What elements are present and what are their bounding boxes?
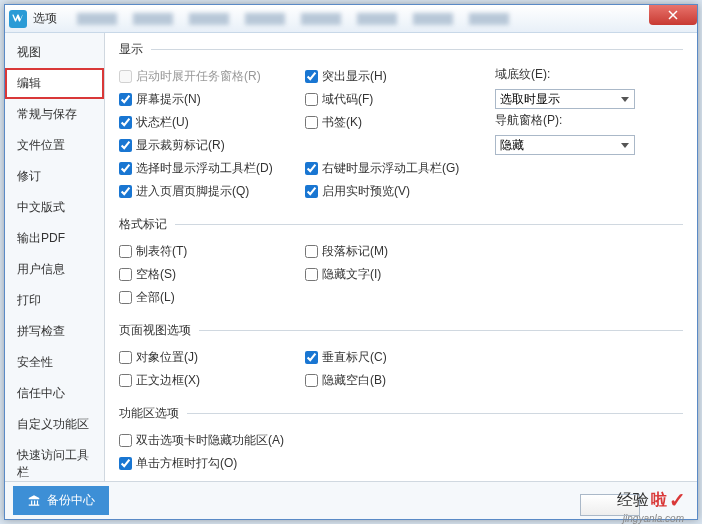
sidebar: 视图 编辑 常规与保存 文件位置 修订 中文版式 输出PDF 用户信息 打印 拼… [5, 33, 105, 481]
options-dialog: 选项 视图 编辑 常规与保存 文件位置 修订 中文版式 输出PDF 用户信息 打… [4, 4, 698, 520]
titlebar: 选项 [5, 5, 697, 33]
sidebar-item-spellcheck[interactable]: 拼写检查 [5, 316, 104, 347]
chk-paragraph-marks: 段落标记(M) [305, 241, 495, 262]
chk-mini-toolbar-right: 右键时显示浮动工具栏(G) [305, 158, 495, 179]
chk-header-footer-tip: 进入页眉页脚提示(Q) [119, 181, 305, 202]
chk-startup-taskpane: 启动时展开任务窗格(R) [119, 66, 305, 87]
section-marks-legend: 格式标记 [119, 216, 175, 233]
section-ribbon-legend: 功能区选项 [119, 405, 187, 422]
chk-field-codes: 域代码(F) [305, 89, 495, 110]
sidebar-item-file-location[interactable]: 文件位置 [5, 130, 104, 161]
section-display-legend: 显示 [119, 41, 151, 58]
sidebar-item-edit[interactable]: 编辑 [5, 68, 104, 99]
section-display: 显示 启动时展开任务窗格(R) 突出显示(H) 域底纹(E): 屏幕提示(N) … [119, 41, 683, 208]
chk-hidden-text: 隐藏文字(I) [305, 264, 495, 285]
watermark: 经验啦✓ [617, 488, 686, 512]
chk-highlight: 突出显示(H) [305, 66, 495, 87]
section-ribbon: 功能区选项 双击选项卡时隐藏功能区(A) 单击方框时打勾(O) [119, 405, 683, 480]
blurred-menu [77, 13, 509, 25]
window-title: 选项 [33, 10, 57, 27]
chk-hide-whitespace: 隐藏空白(B) [305, 370, 495, 391]
chk-status-bar: 状态栏(U) [119, 112, 305, 133]
sidebar-item-chinese-layout[interactable]: 中文版式 [5, 192, 104, 223]
chk-spaces: 空格(S) [119, 264, 305, 285]
section-pageview-legend: 页面视图选项 [119, 322, 199, 339]
chk-crop-marks: 显示裁剪标记(R) [119, 135, 305, 156]
chk-vertical-ruler: 垂直标尺(C) [305, 347, 495, 368]
chk-all: 全部(L) [119, 287, 305, 308]
chk-bookmarks: 书签(K) [305, 112, 495, 133]
select-field-shading[interactable]: 选取时显示 [495, 89, 635, 109]
close-button[interactable] [649, 5, 697, 25]
sidebar-item-user-info[interactable]: 用户信息 [5, 254, 104, 285]
sidebar-item-security[interactable]: 安全性 [5, 347, 104, 378]
chk-live-preview: 启用实时预览(V) [305, 181, 495, 202]
chk-object-pos: 对象位置(J) [119, 347, 305, 368]
chk-check-on-click: 单击方框时打勾(O) [119, 453, 683, 474]
sidebar-item-revision[interactable]: 修订 [5, 161, 104, 192]
label-field-shading: 域底纹(E): [495, 66, 683, 83]
chk-tabs: 制表符(T) [119, 241, 305, 262]
chk-floating-toolbar: 选择时显示浮动工具栏(D) [119, 158, 305, 179]
sidebar-item-custom-ribbon[interactable]: 自定义功能区 [5, 409, 104, 440]
select-nav-pane[interactable]: 隐藏 [495, 135, 635, 155]
sidebar-item-trust-center[interactable]: 信任中心 [5, 378, 104, 409]
chk-text-boundaries: 正文边框(X) [119, 370, 305, 391]
sidebar-item-general-save[interactable]: 常规与保存 [5, 99, 104, 130]
app-icon [9, 10, 27, 28]
section-format-marks: 格式标记 制表符(T) 段落标记(M) 空格(S) 隐藏文字(I) 全部(L) [119, 216, 683, 314]
watermark-url: jingyanla.com [623, 513, 684, 524]
chk-hide-on-dblclick: 双击选项卡时隐藏功能区(A) [119, 430, 683, 451]
backup-center-button[interactable]: 备份中心 [13, 486, 109, 515]
sidebar-item-print[interactable]: 打印 [5, 285, 104, 316]
content-panel: 显示 启动时展开任务窗格(R) 突出显示(H) 域底纹(E): 屏幕提示(N) … [105, 33, 697, 481]
chk-screen-tips: 屏幕提示(N) [119, 89, 305, 110]
label-nav-pane: 导航窗格(P): [495, 112, 683, 129]
check-icon: ✓ [669, 488, 686, 512]
section-page-view: 页面视图选项 对象位置(J) 垂直标尺(C) 正文边框(X) 隐藏空白(B) [119, 322, 683, 397]
sidebar-item-view[interactable]: 视图 [5, 37, 104, 68]
backup-icon [27, 494, 41, 508]
dialog-body: 视图 编辑 常规与保存 文件位置 修订 中文版式 输出PDF 用户信息 打印 拼… [5, 33, 697, 481]
sidebar-item-output-pdf[interactable]: 输出PDF [5, 223, 104, 254]
